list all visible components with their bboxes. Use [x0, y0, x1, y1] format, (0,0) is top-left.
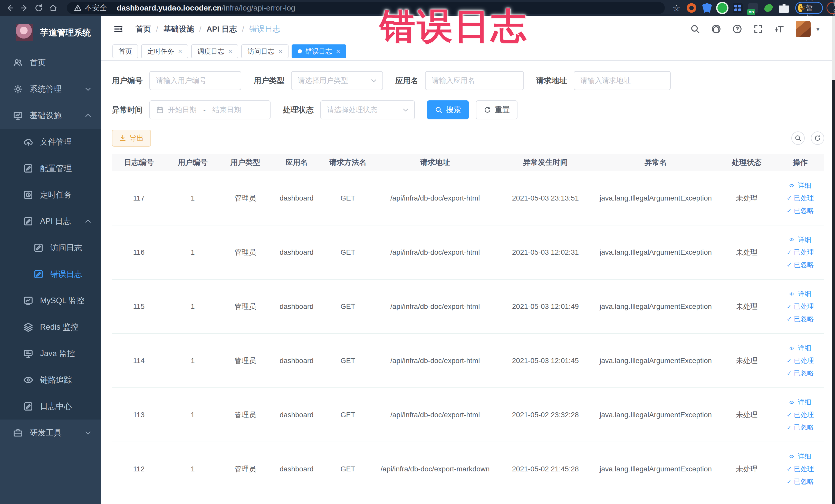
- close-tab-icon[interactable]: ×: [278, 47, 282, 56]
- refresh-table-button[interactable]: [811, 132, 824, 145]
- address-bar[interactable]: 不安全 dashboard.yudao.iocoder.cn /infra/lo…: [67, 2, 665, 14]
- github-icon[interactable]: [711, 24, 721, 34]
- sidebar-item-链路追踪[interactable]: 链路追踪: [0, 367, 101, 393]
- action-ignored-link[interactable]: ✓已忽略: [787, 206, 814, 215]
- action-processed-link[interactable]: ✓已处理: [787, 302, 814, 311]
- action-ignored-link[interactable]: ✓已忽略: [787, 477, 814, 486]
- avatar-caret-icon[interactable]: ▾: [816, 25, 820, 33]
- action-processed-link[interactable]: ✓已处理: [787, 410, 814, 419]
- action-label: 已处理: [794, 356, 814, 365]
- action-ignored-link[interactable]: ✓已忽略: [787, 369, 814, 378]
- user-type-select[interactable]: 请选择用户类型: [291, 71, 383, 90]
- sidebar-item-java-监控[interactable]: Java 监控: [0, 340, 101, 367]
- action-ignored-link[interactable]: ✓已忽略: [787, 423, 814, 432]
- cell-method: GET: [322, 248, 373, 257]
- fullscreen-icon[interactable]: [753, 24, 763, 34]
- tag-view-调度日志[interactable]: 调度日志×: [191, 44, 238, 58]
- browser-home-icon[interactable]: [49, 3, 58, 13]
- sidebar-item-访问日志[interactable]: 访问日志: [0, 235, 101, 261]
- reset-button[interactable]: 重置: [476, 100, 517, 119]
- sidebar-item-label: 日志中心: [40, 401, 72, 412]
- date-range-picker[interactable]: 开始日期 - 结束日期: [149, 100, 270, 119]
- placeholder: 请选择处理状态: [327, 105, 377, 115]
- action-ignored-link[interactable]: ✓已忽略: [787, 260, 814, 269]
- start-date-placeholder: 开始日期: [168, 105, 197, 115]
- ext-green-leaf-icon[interactable]: [762, 1, 775, 15]
- user-id-input[interactable]: 请输入用户编号: [149, 71, 241, 90]
- ext-orange-ring-icon[interactable]: [687, 3, 696, 13]
- cell-id: 114: [112, 357, 166, 365]
- sidebar-item-首页[interactable]: 首页: [0, 49, 101, 76]
- action-processed-link[interactable]: ✓已处理: [787, 194, 814, 203]
- sidebar-item-mysql-监控[interactable]: MySQL 监控: [0, 287, 101, 314]
- breadcrumb-home[interactable]: 首页: [136, 24, 151, 35]
- close-tab-icon[interactable]: ×: [336, 47, 340, 56]
- user-avatar[interactable]: [796, 21, 811, 37]
- bookmark-star-icon[interactable]: ☆: [673, 3, 680, 13]
- sidebar-item-基础设施[interactable]: 基础设施: [0, 102, 101, 129]
- action-processed-link[interactable]: ✓已处理: [787, 248, 814, 257]
- update-label: 更新: [832, 0, 835, 18]
- breadcrumb-infra[interactable]: 基础设施: [163, 24, 194, 35]
- sidebar-item-label: 文件管理: [40, 137, 72, 147]
- ext-green-circle-icon[interactable]: [717, 3, 727, 13]
- ext-puzzle-icon[interactable]: [779, 3, 789, 13]
- process-status-select[interactable]: 请选择处理状态: [320, 100, 415, 119]
- tag-view-错误日志[interactable]: 错误日志×: [291, 44, 346, 58]
- cell-exception: java.lang.IllegalArgumentException: [594, 248, 717, 257]
- action-ignored-link[interactable]: ✓已忽略: [787, 315, 814, 323]
- browser-reload-icon[interactable]: [34, 3, 43, 13]
- toggle-search-button[interactable]: [791, 132, 805, 145]
- action-detail-link[interactable]: 详细: [789, 181, 811, 190]
- sidebar-item-label: 研发工具: [30, 427, 62, 438]
- action-detail-link[interactable]: 详细: [789, 398, 811, 407]
- browser-update-button[interactable]: 更新: [827, 2, 835, 14]
- paused-extension-badge[interactable]: 已暂停: [795, 2, 823, 14]
- action-processed-link[interactable]: ✓已处理: [787, 464, 814, 473]
- close-tab-icon[interactable]: ×: [228, 47, 232, 56]
- sidebar-item-错误日志[interactable]: 错误日志: [0, 261, 101, 287]
- sidebar-item-定时任务[interactable]: 定时任务: [0, 182, 101, 208]
- font-size-icon[interactable]: [774, 24, 785, 34]
- action-detail-link[interactable]: 详细: [789, 235, 811, 244]
- action-detail-link[interactable]: 详细: [789, 344, 811, 352]
- sidebar-item-系统管理[interactable]: 系统管理: [0, 76, 101, 102]
- column-header: 请求地址: [373, 157, 497, 168]
- cell-user_id: 1: [166, 194, 220, 202]
- cell-status: 未处理: [717, 464, 776, 474]
- close-tab-icon[interactable]: ×: [178, 47, 182, 56]
- sidebar-item-配置管理[interactable]: 配置管理: [0, 155, 101, 182]
- request-url-input[interactable]: 请输入请求地址: [574, 71, 671, 90]
- log-edit-icon: [23, 216, 33, 226]
- page-scrollbar-thumb[interactable]: [832, 80, 835, 504]
- search-icon[interactable]: [690, 24, 700, 34]
- sidebar-logo-row[interactable]: 芋道管理系统: [0, 16, 101, 49]
- breadcrumb-api-log[interactable]: API 日志: [207, 24, 237, 35]
- sidebar-item-日志中心[interactable]: 日志中心: [0, 393, 101, 420]
- action-detail-link[interactable]: 详细: [789, 452, 811, 461]
- tag-view-定时任务[interactable]: 定时任务×: [141, 44, 188, 58]
- help-icon[interactable]: [732, 24, 742, 34]
- action-detail-link[interactable]: 详细: [789, 289, 811, 298]
- sidebar-item-redis-监控[interactable]: Redis 监控: [0, 314, 101, 340]
- sidebar-item-文件管理[interactable]: 文件管理: [0, 129, 101, 155]
- action-processed-link[interactable]: ✓已处理: [787, 356, 814, 365]
- browser-forward-icon[interactable]: [20, 3, 29, 13]
- browser-back-icon[interactable]: [6, 3, 14, 13]
- cell-user_type: 管理员: [220, 193, 271, 203]
- sidebar-collapse-icon[interactable]: [113, 24, 124, 35]
- ext-dark-badged-icon[interactable]: on: [748, 3, 758, 13]
- ext-grid-dots-icon[interactable]: [733, 3, 742, 13]
- cell-app: dashboard: [271, 357, 322, 365]
- cell-user_id: 1: [166, 411, 220, 419]
- app-name-input[interactable]: 请输入应用名: [425, 71, 524, 90]
- tag-view-访问日志[interactable]: 访问日志×: [241, 44, 288, 58]
- sidebar-item-研发工具[interactable]: 研发工具: [0, 420, 101, 446]
- sidebar-item-api-日志[interactable]: API 日志: [0, 208, 101, 235]
- ext-blue-shield-icon[interactable]: [702, 3, 712, 13]
- page-scrollbar-track[interactable]: [832, 16, 835, 504]
- cell-method: GET: [322, 465, 373, 473]
- search-button[interactable]: 搜索: [427, 100, 469, 119]
- tag-view-首页[interactable]: 首页: [113, 44, 138, 58]
- export-button[interactable]: 导出: [112, 130, 151, 147]
